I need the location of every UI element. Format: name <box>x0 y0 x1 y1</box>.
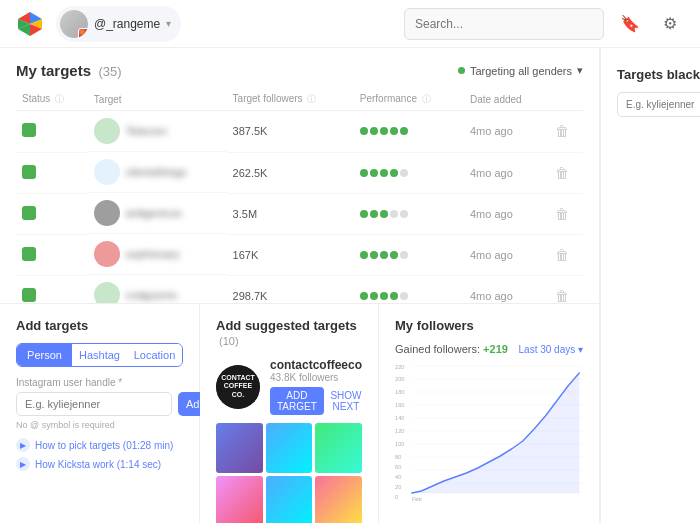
instagram-badge <box>78 28 88 38</box>
followers-header: Gained followers: +219 Last 30 days ▾ <box>395 343 583 355</box>
followers-cell: 3.5M <box>227 193 354 234</box>
followers-section: My followers Gained followers: +219 Last… <box>379 304 599 523</box>
svg-text:220: 220 <box>395 364 404 370</box>
username: @_rangeme <box>94 17 160 31</box>
suggested-title: Add suggested targets (10) <box>216 318 362 348</box>
performance-cell <box>354 275 464 303</box>
navbar: @_rangeme ▾ 🔖 ⚙ <box>0 0 700 48</box>
col-performance: Performance ⓘ <box>354 89 464 111</box>
svg-text:Feb: Feb <box>412 496 422 501</box>
gained-label: Gained followers: +219 <box>395 343 508 355</box>
user-chevron-icon: ▾ <box>166 18 171 29</box>
blacklist-input[interactable] <box>617 92 700 117</box>
target-cell: antigenicus <box>88 193 227 234</box>
svg-text:160: 160 <box>395 402 404 408</box>
tab-hashtag[interactable]: Hashtag <box>72 344 127 366</box>
blacklist-title: Targets blacklist ⓘ <box>617 64 700 82</box>
featured-actions: ADD TARGET SHOW NEXT <box>270 387 362 415</box>
target-cell: codguomo <box>88 275 227 303</box>
handle-input[interactable] <box>16 392 172 416</box>
date-cell: 4mo ago <box>464 111 549 153</box>
blacklist-panel: Targets blacklist ⓘ Add to blacklist <box>600 48 700 523</box>
thumb-6 <box>315 476 362 523</box>
performance-cell <box>354 152 464 193</box>
date-cell: 4mo ago <box>464 152 549 193</box>
delete-icon[interactable]: 🗑 <box>555 288 569 304</box>
add-suggested-section: Add suggested targets (10) CONTACTCOFFEE… <box>200 304 379 523</box>
date-cell: 4mo ago <box>464 275 549 303</box>
thumbnail-grid <box>216 423 362 523</box>
date-cell: 4mo ago <box>464 193 549 234</box>
svg-text:140: 140 <box>395 415 404 421</box>
tab-person[interactable]: Person <box>17 344 72 366</box>
targets-section: My targets (35) Targeting all genders ▾ … <box>0 48 599 303</box>
coffee-logo: CONTACTCOFFEECO. <box>216 365 260 409</box>
tab-location[interactable]: Location <box>127 344 182 366</box>
delete-icon[interactable]: 🗑 <box>555 247 569 263</box>
status-cell <box>16 152 88 193</box>
table-row: codguomo 298.7K 4mo ago 🗑 <box>16 275 583 303</box>
help-links: ▶ How to pick targets (01:28 min) ▶ How … <box>16 438 183 471</box>
date-cell: 4mo ago <box>464 234 549 275</box>
svg-text:200: 200 <box>395 376 404 382</box>
thumb-2 <box>266 423 313 473</box>
handle-input-row: Add target <box>16 392 183 416</box>
table-row: Telecom 387.5K 4mo ago 🗑 <box>16 111 583 153</box>
settings-icon[interactable]: ⚙ <box>656 10 684 38</box>
gained-count: +219 <box>483 343 508 355</box>
no-symbol-hint: No @ symbol is required <box>16 420 183 430</box>
add-targets-section: Add targets Person Hashtag Location Inst… <box>0 304 200 523</box>
status-cell <box>16 275 88 303</box>
delete-cell[interactable]: 🗑 <box>549 193 584 234</box>
help-link-2[interactable]: ▶ How Kicksta work (1:14 sec) <box>16 457 183 471</box>
status-cell <box>16 234 88 275</box>
performance-cell <box>354 234 464 275</box>
avatar <box>60 10 88 38</box>
targeting-badge[interactable]: Targeting all genders ▾ <box>458 64 583 77</box>
featured-name: contactcoffeeco <box>270 358 362 372</box>
delete-cell[interactable]: 🗑 <box>549 234 584 275</box>
user-pill[interactable]: @_rangeme ▾ <box>56 6 181 42</box>
featured-followers: 43.8K followers <box>270 372 362 383</box>
target-cell: sophionary <box>88 234 227 275</box>
status-cell <box>16 193 88 234</box>
targets-table-wrapper: Status ⓘ Target Target followers ⓘ Perfo… <box>16 89 583 303</box>
logo <box>16 10 44 38</box>
delete-icon[interactable]: 🗑 <box>555 206 569 222</box>
period-select[interactable]: Last 30 days ▾ <box>519 344 584 355</box>
svg-text:120: 120 <box>395 428 404 434</box>
followers-cell: 387.5K <box>227 111 354 153</box>
target-cell: Telecom <box>88 111 227 152</box>
table-row: sophionary 167K 4mo ago 🗑 <box>16 234 583 275</box>
show-next-button[interactable]: SHOW NEXT <box>330 387 362 415</box>
svg-text:20: 20 <box>395 484 401 490</box>
thumb-5 <box>266 476 313 523</box>
bookmark-icon[interactable]: 🔖 <box>616 10 644 38</box>
performance-cell <box>354 193 464 234</box>
delete-cell[interactable]: 🗑 <box>549 111 584 153</box>
table-row: clientsthings 262.5K 4mo ago 🗑 <box>16 152 583 193</box>
help-link-1[interactable]: ▶ How to pick targets (01:28 min) <box>16 438 183 452</box>
nav-search-input[interactable] <box>404 8 604 40</box>
featured-info: contactcoffeeco 43.8K followers ADD TARG… <box>270 358 362 415</box>
targets-header: My targets (35) Targeting all genders ▾ <box>16 62 583 79</box>
handle-label: Instagram user handle * <box>16 377 183 388</box>
add-targets-title: Add targets <box>16 318 183 333</box>
svg-text:60: 60 <box>395 464 401 470</box>
blacklist-input-row: Add to blacklist <box>617 92 700 117</box>
delete-icon[interactable]: 🗑 <box>555 123 569 139</box>
delete-cell[interactable]: 🗑 <box>549 275 584 303</box>
targets-title: My targets (35) <box>16 62 122 79</box>
thumb-1 <box>216 423 263 473</box>
bottom-row: Add targets Person Hashtag Location Inst… <box>0 303 599 523</box>
delete-cell[interactable]: 🗑 <box>549 152 584 193</box>
add-suggested-button[interactable]: ADD TARGET <box>270 387 324 415</box>
left-panel: My targets (35) Targeting all genders ▾ … <box>0 48 600 523</box>
followers-cell: 298.7K <box>227 275 354 303</box>
target-cell: clientsthings <box>88 152 227 193</box>
svg-text:40: 40 <box>395 474 401 480</box>
chart-area: 220 200 180 160 140 120 100 80 60 40 20 … <box>395 361 583 501</box>
delete-icon[interactable]: 🗑 <box>555 165 569 181</box>
thumb-4 <box>216 476 263 523</box>
followers-title: My followers <box>395 318 583 333</box>
